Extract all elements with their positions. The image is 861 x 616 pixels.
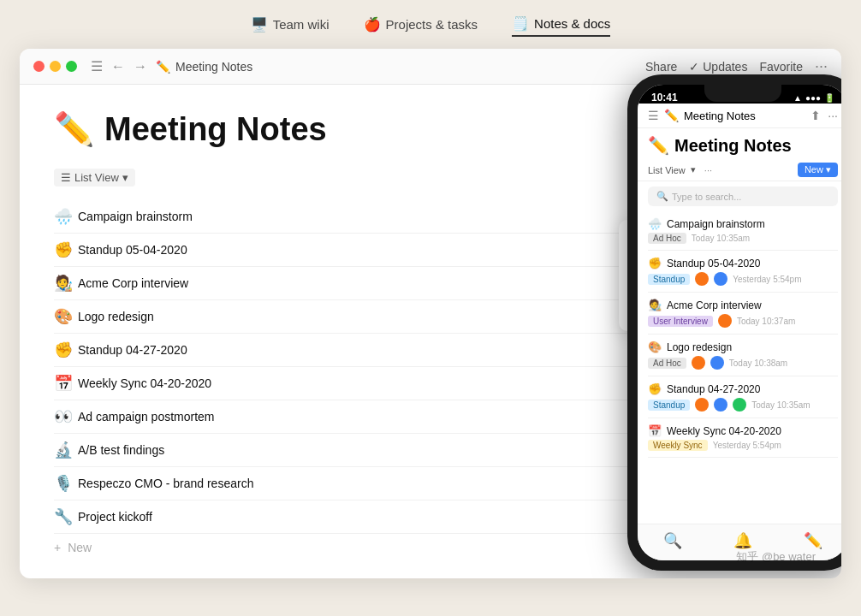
phone-item-emoji: 🎨 bbox=[648, 341, 662, 353]
list-view-label: List View bbox=[74, 171, 119, 184]
list-view-button[interactable]: ☰ List View ▾ bbox=[54, 169, 135, 187]
phone-list: 🌧️ Campaign brainstorm Ad Hoc Today 10:3… bbox=[638, 211, 841, 524]
title-bar-right: Share ✓ Updates Favorite ··· bbox=[645, 57, 828, 75]
phone-time: 10:41 bbox=[651, 92, 678, 104]
nav-item-projects-tasks[interactable]: 🍎 Projects & tasks bbox=[364, 16, 478, 36]
battery-icon: 🔋 bbox=[824, 93, 834, 103]
list-view-icon: ☰ bbox=[61, 171, 71, 184]
item-name: Standup 05-04-2020 bbox=[78, 243, 705, 257]
phone-item-meta: Standup Yesterday 5:54pm bbox=[648, 272, 838, 286]
traffic-light-yellow[interactable] bbox=[50, 61, 61, 72]
phone-item-name: 🧑‍🎨 Acme Corp interview bbox=[648, 299, 838, 311]
phone-item-meta: Ad Hoc Today 10:35am bbox=[648, 233, 838, 244]
phone-avatar bbox=[733, 398, 746, 412]
phone-item-title: Campaign brainstorm bbox=[667, 218, 765, 230]
share-button[interactable]: Share bbox=[645, 60, 677, 74]
phone-list-item[interactable]: 🧑‍🎨 Acme Corp interview User Interview T… bbox=[648, 293, 838, 335]
phone-search-placeholder: Type to search... bbox=[672, 192, 741, 202]
plus-icon: + bbox=[54, 541, 61, 554]
hamburger-icon[interactable]: ☰ bbox=[91, 58, 103, 74]
phone-page-title-area: ✏️ Meeting Notes bbox=[638, 128, 841, 159]
nav-item-team-wiki-label: Team wiki bbox=[273, 17, 330, 32]
phone-avatar bbox=[718, 314, 732, 328]
phone-item-time: Today 10:35am bbox=[751, 400, 810, 410]
phone-search-bottom-icon[interactable]: 🔍 bbox=[663, 531, 682, 550]
phone-list-item[interactable]: 🌧️ Campaign brainstorm Ad Hoc Today 10:3… bbox=[648, 211, 838, 251]
item-emoji: 📅 bbox=[54, 374, 78, 393]
phone-more-icon[interactable]: ··· bbox=[828, 109, 838, 122]
phone-header-icons: ⬆ ··· bbox=[811, 109, 838, 122]
phone-item-title: Standup 05-04-2020 bbox=[667, 258, 760, 270]
phone-avatar bbox=[710, 356, 724, 370]
phone-list-item[interactable]: 🎨 Logo redesign Ad Hoc Today 10:38am bbox=[648, 335, 838, 376]
phone-list-view-bar: List View ▾ ··· New ▾ bbox=[638, 159, 841, 181]
signal-icon: ●●● bbox=[805, 93, 821, 103]
phone-status-icons: ▲ ●●● 🔋 bbox=[793, 93, 834, 103]
phone-header-emoji: ✏️ bbox=[664, 109, 679, 122]
titlebar-page-name: Meeting Notes bbox=[175, 60, 252, 74]
phone-item-time: Today 10:38am bbox=[729, 358, 787, 368]
phone-list-more-icon[interactable]: ··· bbox=[704, 165, 712, 175]
phone-share-icon[interactable]: ⬆ bbox=[811, 109, 821, 122]
wifi-icon: ▲ bbox=[793, 93, 802, 103]
updates-button[interactable]: ✓ Updates bbox=[689, 60, 747, 74]
phone-compose-icon[interactable]: ✏️ bbox=[804, 531, 822, 550]
more-options-button[interactable]: ··· bbox=[815, 57, 828, 75]
phone-list-view-label[interactable]: List View bbox=[648, 165, 686, 175]
phone-item-emoji: ✊ bbox=[648, 382, 662, 395]
phone-list-item[interactable]: 📅 Weekly Sync 04-20-2020 Weekly Sync Yes… bbox=[648, 418, 838, 458]
phone-inner: 10:41 ▲ ●●● 🔋 ☰ ✏️ Meeting Notes ⬆ ··· bbox=[638, 85, 841, 560]
phone-item-emoji: 🧑‍🎨 bbox=[648, 299, 662, 311]
phone-title-emoji: ✏️ bbox=[648, 135, 669, 156]
item-emoji: 👀 bbox=[54, 407, 78, 426]
phone-item-name: 🌧️ Campaign brainstorm bbox=[648, 217, 838, 230]
phone-menu-icon[interactable]: ☰ bbox=[648, 109, 659, 122]
phone-item-meta: Weekly Sync Yesterday 5:54pm bbox=[648, 440, 838, 451]
traffic-light-red[interactable] bbox=[33, 61, 45, 72]
phone-page-title: Meeting Notes bbox=[674, 136, 792, 156]
phone-new-button[interactable]: New ▾ bbox=[798, 163, 838, 177]
phone-header: ☰ ✏️ Meeting Notes ⬆ ··· bbox=[638, 104, 841, 128]
nav-item-team-wiki[interactable]: 🖥️ Team wiki bbox=[251, 16, 330, 36]
item-emoji: ✊ bbox=[54, 341, 78, 359]
top-nav: 🖥️ Team wiki 🍎 Projects & tasks 🗒️ Notes… bbox=[251, 0, 611, 49]
phone-item-time: Today 10:35am bbox=[692, 234, 750, 243]
phone-avatar bbox=[714, 398, 727, 412]
phone-item-tag: Standup bbox=[648, 274, 690, 285]
item-name: Ad campaign postmortem bbox=[78, 410, 721, 424]
phone-list-item[interactable]: ✊ Standup 05-04-2020 Standup Yesterday 5… bbox=[648, 251, 838, 293]
item-name: Respeczo CMO - brand research bbox=[78, 477, 717, 490]
phone-item-emoji: 📅 bbox=[648, 424, 662, 437]
phone-item-time: Today 10:37am bbox=[737, 317, 795, 326]
nav-item-projects-tasks-label: Projects & tasks bbox=[386, 17, 478, 32]
phone-header-title: Meeting Notes bbox=[684, 110, 805, 122]
item-emoji: 🔬 bbox=[54, 441, 78, 459]
item-emoji: 🔧 bbox=[54, 507, 78, 526]
item-emoji: 🎙️ bbox=[54, 474, 78, 493]
phone-bell-icon[interactable]: 🔔 bbox=[733, 531, 752, 550]
chevron-down-icon: ▾ bbox=[122, 171, 128, 184]
back-icon[interactable]: ← bbox=[111, 59, 125, 74]
phone-list-chevron-icon: ▾ bbox=[691, 164, 696, 175]
phone-item-title: Weekly Sync 04-20-2020 bbox=[667, 425, 781, 437]
phone-avatar bbox=[692, 356, 705, 370]
phone-item-title: Logo redesign bbox=[667, 341, 732, 353]
phone-item-emoji: ✊ bbox=[648, 257, 662, 270]
nav-item-notes-docs[interactable]: 🗒️ Notes & docs bbox=[512, 15, 610, 37]
forward-icon[interactable]: → bbox=[134, 59, 147, 74]
item-emoji: 🎨 bbox=[54, 307, 78, 326]
phone-search-bar[interactable]: 🔍 Type to search... bbox=[648, 187, 838, 206]
phone-item-meta: Standup Today 10:35am bbox=[648, 398, 838, 412]
pencil-icon: ✏️ bbox=[156, 60, 170, 74]
new-item-label: New bbox=[68, 541, 92, 554]
favorite-button[interactable]: Favorite bbox=[759, 60, 803, 74]
traffic-light-green[interactable] bbox=[66, 61, 77, 72]
projects-tasks-emoji: 🍎 bbox=[364, 16, 381, 33]
phone-item-meta: Ad Hoc Today 10:38am bbox=[648, 356, 838, 370]
phone-search-icon: 🔍 bbox=[656, 191, 668, 202]
phone-item-time: Yesterday 5:54pm bbox=[713, 441, 781, 450]
phone-list-item[interactable]: ✊ Standup 04-27-2020 Standup Today 10:35… bbox=[648, 376, 838, 418]
traffic-lights bbox=[33, 61, 77, 72]
item-emoji: 🌧️ bbox=[54, 207, 78, 226]
watermark: 知乎 @be water bbox=[736, 549, 816, 565]
